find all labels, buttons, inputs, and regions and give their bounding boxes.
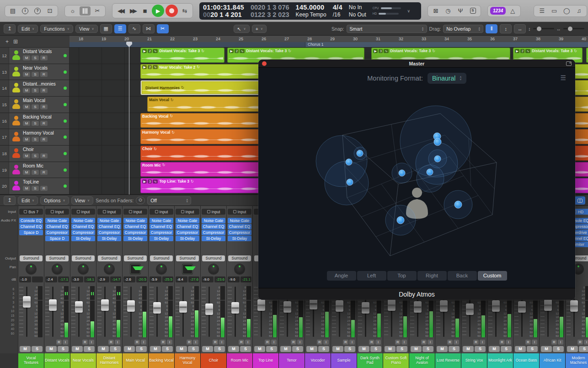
track-msr-button[interactable]: R [40, 153, 48, 158]
fader-cap[interactable] [153, 302, 161, 314]
audio-fx-slot[interactable]: Noise Gate [71, 218, 95, 223]
channel-name-plate[interactable]: Sample [331, 353, 357, 368]
record-input-button[interactable]: I [401, 340, 407, 345]
record-input-button[interactable]: R [239, 340, 244, 345]
fader-area[interactable]: 0122440600612182430405060 [175, 286, 200, 338]
stop-button[interactable]: ■ [139, 6, 150, 16]
take-folder-chips[interactable]: ▶3∿ [142, 179, 158, 184]
record-input-button[interactable]: R [525, 340, 531, 345]
fader-cap[interactable] [362, 302, 369, 314]
audio-fx-slot[interactable]: Channel EQ [176, 224, 199, 229]
volume-db-value[interactable]: -8.4 [176, 276, 187, 282]
fader-area[interactable]: 0122440600612182430405060 [70, 286, 96, 338]
record-input-button[interactable]: R [499, 340, 505, 345]
fader-track[interactable] [52, 287, 53, 337]
mute-solo-button[interactable]: S [553, 346, 564, 352]
view-angle-button[interactable]: Top [387, 271, 417, 281]
sound-object[interactable] [347, 179, 353, 185]
record-input-button[interactable]: I [141, 340, 146, 345]
mute-solo-button[interactable]: M [541, 346, 552, 352]
channel-strip[interactable]: Input Noise GateChannel EQCompressorSt-D… [227, 206, 252, 353]
track-msr-button[interactable]: M [23, 170, 30, 175]
mute-solo-button[interactable]: M [124, 346, 135, 352]
audio-fx-slot[interactable]: Compressor [45, 230, 69, 235]
fader-area[interactable]: 0122440600612182430405060 [149, 286, 174, 338]
mute-solo-button[interactable]: S [449, 346, 460, 352]
track-msr-button[interactable]: R [40, 72, 48, 77]
fader-cap[interactable] [49, 299, 57, 311]
track-name[interactable]: Near Vocals [23, 65, 63, 70]
audio-fx-slot[interactable]: Channel EQ [228, 224, 251, 229]
pan-control[interactable] [123, 263, 148, 276]
snap-select[interactable]: Smart∧∨ [347, 25, 427, 33]
take-folder-chips[interactable]: ▶2∿ [229, 49, 245, 53]
record-input-button[interactable]: R [343, 340, 348, 345]
audio-fx-slot[interactable]: Channel EQ [202, 224, 225, 229]
sound-object[interactable] [427, 169, 433, 175]
record-input-button[interactable]: I [115, 340, 120, 345]
audio-fx-slot[interactable]: Channel EQ [19, 224, 43, 229]
metronome-icon[interactable]: △ [507, 6, 518, 16]
view-angle-button[interactable]: Angle [327, 271, 356, 281]
channel-name-plate[interactable]: Modern Machines [566, 353, 588, 368]
pan-knob[interactable] [130, 264, 140, 274]
input-button[interactable]: Bus 7 [19, 209, 43, 215]
replace-mode-icon[interactable]: ⊠ [430, 6, 441, 16]
track-header[interactable]: 18 Choir MSR [0, 146, 69, 162]
mute-solo-button[interactable]: S [84, 346, 95, 352]
sound-object[interactable] [346, 159, 352, 165]
track-msr-button[interactable]: M [23, 137, 30, 142]
channel-name-plate[interactable]: Tenor [279, 353, 305, 368]
mute-solo-button[interactable]: M [567, 346, 578, 352]
playhead[interactable] [129, 42, 129, 195]
audio-fx-slot[interactable]: Channel EQ [150, 224, 173, 229]
mute-solo-button[interactable]: M [358, 346, 369, 352]
output-button[interactable]: Surround [124, 255, 147, 261]
input-button[interactable]: Input [97, 209, 121, 215]
lcd-chevron-icon[interactable]: ∨ [407, 9, 411, 13]
fader-track[interactable] [26, 287, 27, 337]
audio-fx-slot[interactable]: Noise Gate [150, 218, 173, 223]
track-name[interactable]: Distant Vocals [23, 49, 63, 54]
track-header[interactable]: 15 Main Vocal MSR [0, 97, 69, 113]
channel-name-plate[interactable]: Distant Vocals [44, 353, 70, 368]
fader-area[interactable]: 0122440600612182430405060 [123, 286, 148, 338]
volume-db-value[interactable]: -1.0 [19, 276, 31, 282]
channel-name-plate[interactable]: Choir [201, 353, 226, 368]
horizontal-auto-zoom-icon[interactable]: ↔ [514, 24, 526, 33]
audio-fx-slot[interactable]: Noise Gate [176, 218, 199, 223]
output-button[interactable]: Surround [228, 255, 251, 261]
mute-solo-button[interactable]: S [318, 346, 329, 352]
sound-object[interactable] [357, 150, 363, 157]
mute-solo-button[interactable]: S [240, 346, 251, 352]
track-name[interactable]: Room Mic [23, 163, 63, 168]
output-button[interactable]: Surround [46, 255, 69, 261]
mute-solo-button[interactable]: S [162, 346, 173, 352]
audio-fx-slot[interactable]: Compressor [228, 230, 251, 235]
mute-solo-button[interactable]: S [475, 346, 486, 352]
record-input-button[interactable]: R [447, 340, 453, 345]
mute-solo-button[interactable]: M [228, 346, 239, 352]
track-msr-button[interactable]: R [40, 88, 48, 93]
record-input-button[interactable]: R [317, 340, 322, 345]
channel-strip[interactable]: Input Noise GateChannel EQCompressorSt-D… [96, 206, 122, 353]
channel-strip[interactable]: Input Noise GateChannel EQCompressorSt-D… [201, 206, 226, 353]
track-msr-button[interactable]: M [23, 153, 30, 158]
functions-menu[interactable]: Functions∨ [40, 25, 73, 33]
atmos-menu-icon[interactable]: ☰ [560, 74, 566, 81]
record-input-button[interactable]: R [108, 340, 114, 345]
channel-strip[interactable]: Input Noise GateChannel EQCompressorSt-D… [123, 206, 148, 353]
mute-solo-button[interactable]: S [370, 346, 381, 352]
audio-fx-slot[interactable]: Space D [19, 230, 43, 235]
view-menu[interactable]: View∨ [75, 25, 98, 33]
record-input-button[interactable]: R [551, 340, 557, 345]
output-button[interactable]: Surround [72, 255, 95, 261]
track-msr-button[interactable]: M [23, 121, 30, 126]
take-folder-chips[interactable]: ▶2∿ [515, 49, 530, 53]
record-input-button[interactable]: I [558, 340, 563, 345]
audio-fx-slot[interactable]: Compressor [123, 230, 147, 235]
output-button[interactable]: Surround [176, 255, 199, 261]
fader-cap[interactable] [466, 303, 474, 315]
record-input-button[interactable]: I [271, 340, 277, 345]
mute-solo-button[interactable]: M [46, 346, 57, 352]
